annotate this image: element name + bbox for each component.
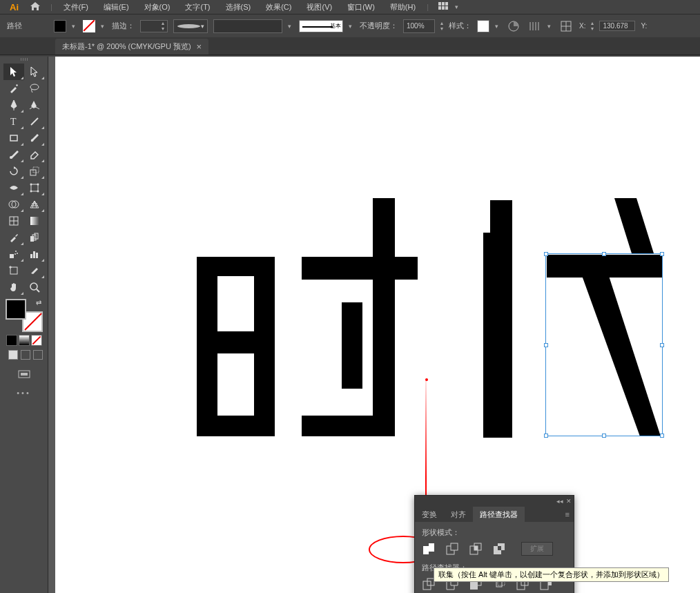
menu-file[interactable]: 文件(F) — [57, 1, 95, 14]
minus-front-icon[interactable] — [445, 542, 459, 556]
mesh-tool[interactable] — [3, 213, 24, 229]
stroke-swatch[interactable] — [83, 20, 95, 32]
close-icon[interactable]: × — [197, 41, 202, 52]
menu-type[interactable]: 文字(T) — [178, 1, 217, 14]
menu-help[interactable]: 帮助(H) — [383, 1, 422, 14]
menu-edit[interactable]: 编辑(E) — [97, 1, 136, 14]
opacity-field[interactable]: 100% — [403, 19, 435, 33]
curvature-tool[interactable] — [24, 97, 45, 113]
fill-dropdown[interactable]: ▾ — [72, 21, 77, 32]
blend-tool[interactable] — [24, 229, 45, 246]
swap-fill-stroke-icon[interactable]: ⇄ — [36, 299, 41, 307]
close-icon[interactable]: ✕ — [566, 498, 572, 505]
layout-dropdown[interactable]: ▾ — [455, 1, 460, 12]
home-icon[interactable] — [24, 1, 46, 12]
canvas-area[interactable]: ◂◂ ✕ 变换 对齐 路径查找器 ≡ 形状模式： 扩展 — [48, 57, 700, 593]
rectangle-tool[interactable] — [3, 130, 24, 146]
magic-wand-tool[interactable] — [3, 80, 24, 97]
shape-builder-tool[interactable] — [3, 196, 24, 213]
svg-rect-64 — [496, 581, 502, 587]
unite-icon[interactable] — [422, 542, 436, 556]
collapse-icon[interactable]: ◂◂ — [556, 498, 563, 505]
tab-align[interactable]: 对齐 — [444, 507, 473, 523]
align-icon[interactable] — [527, 19, 542, 34]
artboard[interactable]: ◂◂ ✕ 变换 对齐 路径查找器 ≡ 形状模式： 扩展 — [55, 57, 700, 593]
tab-pathfinder[interactable]: 路径查找器 — [473, 507, 525, 523]
line-tool[interactable] — [24, 113, 45, 130]
fill-swatch[interactable] — [54, 20, 66, 32]
screen-mode-icon[interactable] — [17, 369, 31, 382]
divider: | — [424, 3, 431, 11]
column-graph-tool[interactable] — [24, 246, 45, 262]
gradient-fill-icon[interactable] — [19, 335, 30, 346]
stroke-style-dropdown[interactable]: ▾ — [349, 21, 354, 32]
x-coord-field[interactable]: 130.678 — [599, 21, 635, 31]
object-type-label: 路径 — [7, 21, 48, 31]
recolor-art-icon[interactable] — [506, 19, 521, 34]
svg-point-25 — [30, 191, 32, 193]
svg-rect-43 — [10, 267, 17, 274]
artboard-tool[interactable] — [3, 262, 24, 279]
menu-view[interactable]: 视图(V) — [300, 1, 339, 14]
opacity-label: 不透明度： — [360, 21, 398, 31]
rotate-tool[interactable] — [3, 163, 24, 179]
menu-select[interactable]: 选择(S) — [219, 1, 258, 14]
eraser-tool[interactable] — [24, 146, 45, 163]
stroke-dropdown[interactable]: ▾ — [101, 21, 106, 32]
stroke-panel[interactable]: 基本 — [299, 20, 343, 32]
style-swatch[interactable] — [477, 20, 489, 32]
pen-tool[interactable] — [3, 97, 24, 113]
document-tab[interactable]: 未标题-1* @ 200% (CMYK/GPU 预览) × — [55, 39, 208, 55]
document-tab-title: 未标题-1* @ 200% (CMYK/GPU 预览) — [62, 41, 191, 52]
brush-dd[interactable]: ▾ — [288, 21, 293, 32]
fill-stroke-swatch[interactable]: ⇄ — [6, 299, 43, 332]
eyedropper-tool[interactable] — [3, 229, 24, 246]
color-fill-icon[interactable] — [6, 335, 17, 346]
scale-tool[interactable] — [24, 163, 45, 179]
expand-button[interactable]: 扩展 — [521, 542, 553, 556]
exclude-icon[interactable] — [492, 542, 506, 556]
gradient-tool[interactable] — [24, 213, 45, 229]
stroke-var-profile[interactable]: ▾ — [173, 19, 208, 33]
zoom-tool[interactable] — [24, 279, 45, 295]
align-dd[interactable]: ▾ — [547, 21, 553, 32]
toolbar-overflow-icon[interactable]: ••• — [17, 389, 31, 397]
panel-menu-icon[interactable]: ≡ — [561, 510, 574, 518]
free-transform-tool[interactable] — [24, 179, 45, 196]
symbol-sprayer-tool[interactable] — [3, 246, 24, 262]
transform-icon[interactable] — [558, 19, 574, 34]
selection-bounding-box[interactable] — [545, 253, 663, 436]
svg-point-19 — [10, 156, 12, 159]
slice-tool[interactable] — [24, 262, 45, 279]
svg-rect-5 — [445, 6, 448, 10]
y-label: Y: — [641, 22, 647, 30]
shape-modes-label: 形状模式： — [422, 527, 567, 538]
paintbrush-tool[interactable] — [24, 130, 45, 146]
draw-normal-icon[interactable] — [8, 350, 18, 360]
perspective-grid-tool[interactable] — [24, 196, 45, 213]
stroke-weight-field[interactable]: ▴▾ — [140, 20, 168, 32]
hand-tool[interactable] — [3, 279, 24, 295]
none-fill-icon[interactable] — [31, 335, 42, 346]
shaper-tool[interactable] — [3, 146, 24, 163]
direct-selection-tool[interactable] — [24, 64, 45, 80]
tab-transform[interactable]: 变换 — [415, 507, 444, 523]
selection-tool[interactable] — [3, 64, 24, 80]
menu-window[interactable]: 窗口(W) — [340, 1, 382, 14]
draw-behind-icon[interactable] — [21, 350, 30, 360]
menu-effect[interactable]: 效果(C) — [259, 1, 298, 14]
style-dropdown[interactable]: ▾ — [495, 21, 500, 32]
draw-inside-icon[interactable] — [33, 350, 43, 360]
layout-grid-icon[interactable] — [433, 2, 454, 12]
svg-point-23 — [30, 184, 32, 186]
lasso-tool[interactable] — [24, 80, 45, 97]
svg-rect-41 — [33, 251, 35, 258]
brush-def[interactable] — [213, 19, 282, 33]
menu-object[interactable]: 对象(O) — [137, 1, 177, 14]
type-tool[interactable]: T — [3, 113, 24, 130]
svg-point-15 — [30, 84, 39, 90]
panel-titlebar[interactable]: ◂◂ ✕ — [415, 496, 574, 507]
svg-rect-1 — [442, 2, 445, 6]
intersect-icon[interactable] — [469, 542, 483, 556]
width-tool[interactable] — [3, 179, 24, 196]
